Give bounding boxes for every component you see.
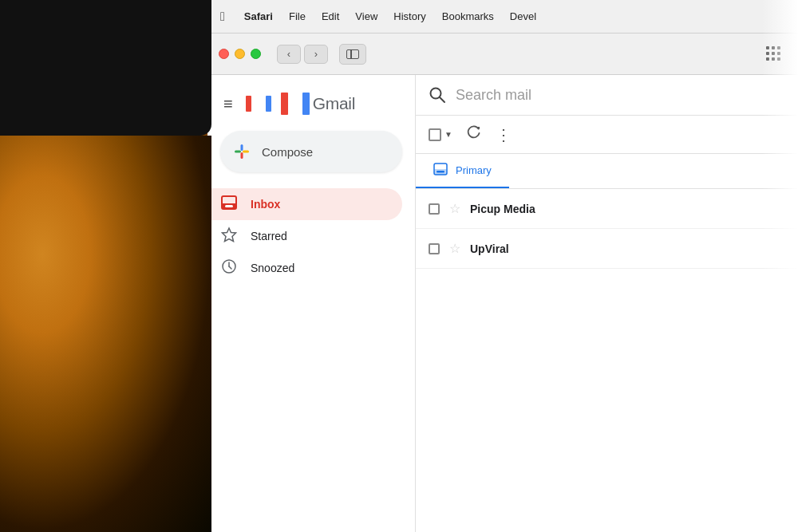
gmail-m-logo [244,93,273,115]
gmail-logo-group: Gmail [281,93,355,115]
forward-button[interactable]: › [304,45,328,64]
svg-rect-6 [281,93,288,115]
star-icon [220,227,238,246]
email-toolbar: ▼ ⋮ [416,116,798,154]
close-button[interactable] [219,49,229,59]
dropdown-arrow-icon[interactable]: ▼ [444,130,452,139]
svg-line-19 [229,266,231,269]
gmail-sidebar: ≡ [207,75,415,532]
nav-inbox[interactable]: Inbox [207,188,402,220]
menu-edit[interactable]: Edit [322,10,339,22]
browser-screen:  Safari File Edit View History Bookmark… [207,0,798,532]
more-options-button[interactable]: ⋮ [496,125,512,144]
compose-label: Compose [262,145,313,159]
svg-rect-2 [266,96,271,112]
primary-tab-label: Primary [456,164,492,176]
email-list: ☆ Picup Media ☆ UpViral [416,189,798,532]
mac-menubar:  Safari File Edit View History Bookmark… [207,0,798,33]
star-icon-1[interactable]: ☆ [449,201,460,216]
inbox-icon [220,195,238,214]
checkbox-icon [429,128,441,141]
back-button[interactable]: ‹ [277,45,301,64]
grid-icon [766,46,781,61]
apple-icon[interactable]:  [220,10,225,24]
select-all-checkbox[interactable]: ▼ [429,128,452,141]
refresh-button[interactable] [464,125,484,144]
sidebar-toggle-button[interactable] [339,44,366,65]
email-row-2[interactable]: ☆ UpViral [416,229,798,269]
sidebar-toggle-icon [346,49,359,59]
nav-snoozed[interactable]: Snoozed [207,252,402,284]
svg-line-21 [440,97,444,102]
menu-file[interactable]: File [289,10,306,22]
inbox-label: Inbox [251,198,280,211]
menu-view[interactable]: View [355,10,377,22]
svg-marker-16 [223,228,236,242]
menu-devel[interactable]: Devel [510,10,536,22]
menu-history[interactable]: History [393,10,425,22]
hamburger-menu[interactable]: ≡ [220,93,236,115]
svg-rect-10 [243,151,249,153]
nav-starred[interactable]: Starred [207,220,402,252]
svg-rect-15 [225,205,233,207]
email-checkbox-1[interactable] [429,203,440,215]
compose-plus-icon [233,143,251,160]
email-tabs: Primary [416,154,798,189]
gmail-wordmark: Gmail [313,94,355,113]
email-row-1[interactable]: ☆ Picup Media [416,189,798,229]
svg-rect-12 [241,152,243,159]
search-icon[interactable] [429,86,446,104]
email-content-area: Search mail ▼ ⋮ [415,75,798,532]
star-icon-2[interactable]: ☆ [449,241,460,256]
search-bar: Search mail [416,75,798,116]
svg-rect-11 [241,144,243,151]
gmail-app: ≡ [207,75,798,532]
snoozed-label: Snoozed [251,262,294,274]
email-sender-1: Picup Media [470,203,535,215]
svg-rect-1 [246,96,251,112]
search-placeholder[interactable]: Search mail [456,87,531,104]
maximize-button[interactable] [251,49,261,59]
email-checkbox-2[interactable] [429,243,440,254]
traffic-lights [219,49,261,59]
primary-tab-icon [433,163,448,179]
email-sender-2: UpViral [470,242,509,255]
snoozed-icon [220,258,238,278]
svg-marker-3 [251,96,266,109]
gmail-m-icon [281,93,310,115]
svg-marker-8 [288,93,302,108]
starred-label: Starred [251,230,287,242]
compose-button[interactable]: Compose [220,131,402,172]
menu-bookmarks[interactable]: Bookmarks [442,10,494,22]
browser-toolbar: ‹ › [207,33,798,75]
svg-rect-7 [302,93,310,115]
svg-rect-25 [437,171,444,173]
nav-buttons: ‹ › [277,45,328,64]
tab-grid-button[interactable] [760,44,787,65]
svg-rect-9 [235,151,241,153]
minimize-button[interactable] [235,49,245,59]
tab-primary[interactable]: Primary [416,154,509,188]
menu-safari[interactable]: Safari [244,10,273,22]
